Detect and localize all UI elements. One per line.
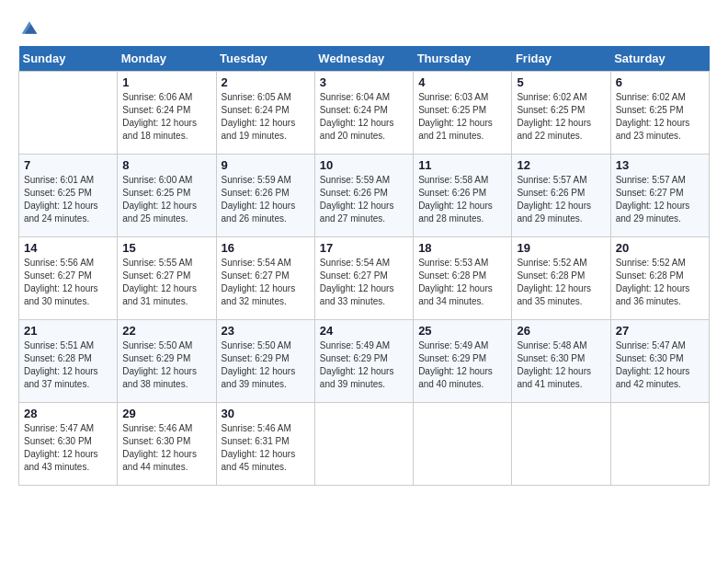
calendar-cell: 22Sunrise: 5:50 AMSunset: 6:29 PMDayligh… (118, 320, 216, 403)
calendar-cell: 12Sunrise: 5:57 AMSunset: 6:26 PMDayligh… (512, 155, 610, 237)
day-number: 2 (222, 75, 310, 89)
day-number: 7 (24, 158, 112, 172)
calendar-body: 1Sunrise: 6:06 AMSunset: 6:24 PMDaylight… (19, 72, 710, 486)
day-number: 11 (418, 158, 506, 172)
day-number: 1 (122, 75, 210, 89)
calendar-cell: 3Sunrise: 6:04 AMSunset: 6:24 PMDaylight… (314, 72, 413, 155)
calendar-cell (512, 403, 610, 486)
calendar-cell: 28Sunrise: 5:47 AMSunset: 6:30 PMDayligh… (19, 403, 118, 486)
calendar-cell (19, 72, 118, 155)
calendar-cell: 1Sunrise: 6:06 AMSunset: 6:24 PMDaylight… (118, 72, 216, 155)
day-number: 5 (517, 75, 605, 89)
day-info: Sunrise: 6:02 AMSunset: 6:25 PMDaylight:… (616, 91, 704, 143)
day-info: Sunrise: 5:55 AMSunset: 6:27 PMDaylight:… (122, 257, 210, 308)
calendar-cell: 14Sunrise: 5:56 AMSunset: 6:27 PMDayligh… (19, 237, 118, 320)
day-info: Sunrise: 5:58 AMSunset: 6:26 PMDaylight:… (418, 174, 506, 225)
day-number: 30 (222, 407, 310, 420)
day-info: Sunrise: 5:53 AMSunset: 6:28 PMDaylight:… (418, 257, 506, 308)
day-number: 18 (418, 241, 506, 255)
day-info: Sunrise: 6:00 AMSunset: 6:25 PMDaylight:… (122, 174, 210, 225)
day-info: Sunrise: 6:05 AMSunset: 6:24 PMDaylight:… (222, 91, 310, 143)
day-number: 15 (122, 241, 210, 255)
day-number: 25 (418, 324, 506, 338)
day-number: 20 (616, 241, 704, 255)
day-info: Sunrise: 5:49 AMSunset: 6:29 PMDaylight:… (320, 339, 408, 391)
calendar-cell (314, 403, 413, 486)
calendar-cell (610, 403, 709, 486)
day-info: Sunrise: 5:46 AMSunset: 6:30 PMDaylight:… (122, 422, 210, 474)
day-info: Sunrise: 5:59 AMSunset: 6:26 PMDaylight:… (320, 174, 408, 225)
weekday-header-thursday: Thursday (414, 46, 512, 72)
day-number: 16 (222, 241, 310, 255)
calendar-cell: 18Sunrise: 5:53 AMSunset: 6:28 PMDayligh… (414, 237, 512, 320)
day-number: 10 (320, 158, 408, 172)
weekday-header-friday: Friday (512, 46, 610, 72)
calendar-cell: 15Sunrise: 5:55 AMSunset: 6:27 PMDayligh… (118, 237, 216, 320)
day-number: 17 (320, 241, 408, 255)
week-row-3: 21Sunrise: 5:51 AMSunset: 6:28 PMDayligh… (19, 320, 710, 403)
calendar-cell (414, 403, 512, 486)
weekday-header-sunday: Sunday (19, 46, 118, 72)
day-number: 4 (418, 75, 506, 89)
day-info: Sunrise: 5:59 AMSunset: 6:26 PMDaylight:… (222, 174, 310, 225)
day-info: Sunrise: 5:46 AMSunset: 6:31 PMDaylight:… (222, 422, 310, 474)
day-info: Sunrise: 5:52 AMSunset: 6:28 PMDaylight:… (517, 257, 605, 308)
calendar-cell: 17Sunrise: 5:54 AMSunset: 6:27 PMDayligh… (314, 237, 413, 320)
day-info: Sunrise: 6:04 AMSunset: 6:24 PMDaylight:… (320, 91, 408, 143)
calendar-cell: 9Sunrise: 5:59 AMSunset: 6:26 PMDaylight… (216, 155, 314, 237)
weekday-header-tuesday: Tuesday (216, 46, 314, 72)
day-number: 24 (320, 324, 408, 338)
weekday-row: SundayMondayTuesdayWednesdayThursdayFrid… (19, 46, 710, 72)
day-info: Sunrise: 5:47 AMSunset: 6:30 PMDaylight:… (24, 422, 112, 474)
calendar-cell: 20Sunrise: 5:52 AMSunset: 6:28 PMDayligh… (610, 237, 709, 320)
weekday-header-monday: Monday (118, 46, 216, 72)
day-number: 13 (616, 158, 704, 172)
day-number: 3 (320, 75, 408, 89)
day-number: 26 (517, 324, 605, 338)
day-info: Sunrise: 5:54 AMSunset: 6:27 PMDaylight:… (222, 257, 310, 308)
calendar-cell: 7Sunrise: 6:01 AMSunset: 6:25 PMDaylight… (19, 155, 118, 237)
calendar-cell: 11Sunrise: 5:58 AMSunset: 6:26 PMDayligh… (414, 155, 512, 237)
day-info: Sunrise: 6:06 AMSunset: 6:24 PMDaylight:… (122, 91, 210, 143)
day-info: Sunrise: 6:01 AMSunset: 6:25 PMDaylight:… (24, 174, 112, 225)
day-info: Sunrise: 5:50 AMSunset: 6:29 PMDaylight:… (122, 339, 210, 391)
day-info: Sunrise: 5:48 AMSunset: 6:30 PMDaylight:… (517, 339, 605, 391)
calendar-cell: 24Sunrise: 5:49 AMSunset: 6:29 PMDayligh… (314, 320, 413, 403)
calendar-cell: 23Sunrise: 5:50 AMSunset: 6:29 PMDayligh… (216, 320, 314, 403)
calendar-cell: 26Sunrise: 5:48 AMSunset: 6:30 PMDayligh… (512, 320, 610, 403)
page-header (18, 18, 710, 37)
calendar-cell: 25Sunrise: 5:49 AMSunset: 6:29 PMDayligh… (414, 320, 512, 403)
day-number: 23 (222, 324, 310, 338)
day-number: 12 (517, 158, 605, 172)
calendar-cell: 27Sunrise: 5:47 AMSunset: 6:30 PMDayligh… (610, 320, 709, 403)
weekday-header-wednesday: Wednesday (314, 46, 413, 72)
day-info: Sunrise: 6:03 AMSunset: 6:25 PMDaylight:… (418, 91, 506, 143)
day-number: 21 (24, 324, 112, 338)
week-row-2: 14Sunrise: 5:56 AMSunset: 6:27 PMDayligh… (19, 237, 710, 320)
day-info: Sunrise: 5:50 AMSunset: 6:29 PMDaylight:… (222, 339, 310, 391)
calendar-cell: 8Sunrise: 6:00 AMSunset: 6:25 PMDaylight… (118, 155, 216, 237)
calendar-cell: 29Sunrise: 5:46 AMSunset: 6:30 PMDayligh… (118, 403, 216, 486)
day-number: 14 (24, 241, 112, 255)
day-info: Sunrise: 5:56 AMSunset: 6:27 PMDaylight:… (24, 257, 112, 308)
logo (18, 18, 39, 37)
day-info: Sunrise: 5:52 AMSunset: 6:28 PMDaylight:… (616, 257, 704, 308)
day-number: 28 (24, 407, 112, 420)
calendar-header: SundayMondayTuesdayWednesdayThursdayFrid… (19, 46, 710, 72)
day-info: Sunrise: 6:02 AMSunset: 6:25 PMDaylight:… (517, 91, 605, 143)
day-number: 19 (517, 241, 605, 255)
week-row-4: 28Sunrise: 5:47 AMSunset: 6:30 PMDayligh… (19, 403, 710, 486)
day-info: Sunrise: 5:47 AMSunset: 6:30 PMDaylight:… (616, 339, 704, 391)
calendar-cell: 16Sunrise: 5:54 AMSunset: 6:27 PMDayligh… (216, 237, 314, 320)
week-row-1: 7Sunrise: 6:01 AMSunset: 6:25 PMDaylight… (19, 155, 710, 237)
calendar-cell: 21Sunrise: 5:51 AMSunset: 6:28 PMDayligh… (19, 320, 118, 403)
day-info: Sunrise: 5:51 AMSunset: 6:28 PMDaylight:… (24, 339, 112, 391)
day-number: 27 (616, 324, 704, 338)
calendar-table: SundayMondayTuesdayWednesdayThursdayFrid… (18, 46, 710, 486)
day-info: Sunrise: 5:54 AMSunset: 6:27 PMDaylight:… (320, 257, 408, 308)
day-info: Sunrise: 5:57 AMSunset: 6:27 PMDaylight:… (616, 174, 704, 225)
calendar-cell: 5Sunrise: 6:02 AMSunset: 6:25 PMDaylight… (512, 72, 610, 155)
calendar-cell: 30Sunrise: 5:46 AMSunset: 6:31 PMDayligh… (216, 403, 314, 486)
calendar-cell: 6Sunrise: 6:02 AMSunset: 6:25 PMDaylight… (610, 72, 709, 155)
calendar-cell: 19Sunrise: 5:52 AMSunset: 6:28 PMDayligh… (512, 237, 610, 320)
